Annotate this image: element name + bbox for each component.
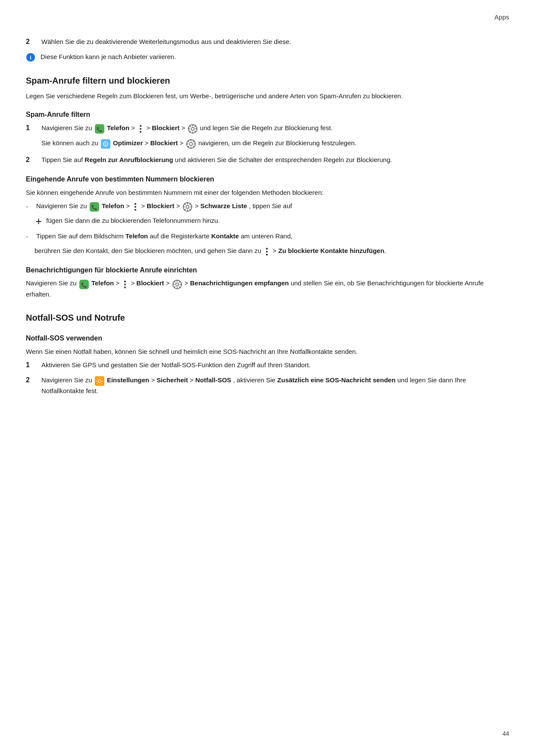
step1-arrow1: > (131, 124, 137, 131)
step-number-2-filter: 2 (26, 155, 39, 166)
svg-point-30 (140, 131, 141, 133)
step1-arrow2: > (146, 124, 152, 131)
info-note-text: Diese Funktion kann je nach Anbieter var… (41, 52, 176, 62)
svg-point-58 (135, 209, 136, 211)
svg-line-65 (184, 203, 185, 205)
gear-settings-icon-2 (186, 138, 196, 149)
step1-alt-part1: Sie können auch zu (41, 139, 100, 147)
svg-point-76 (124, 286, 126, 288)
page-number: 44 (502, 729, 509, 739)
svg-line-39 (194, 125, 196, 127)
svg-line-38 (194, 131, 196, 132)
notfall-step2-line: 2 Navigieren Sie zu Einstellungen (26, 375, 509, 396)
svg-line-67 (189, 203, 191, 205)
step2-filter-body: Tippen Sie auf Regeln zur Anrufblockieru… (41, 155, 509, 165)
svg-line-37 (189, 125, 191, 127)
bullet-body-2: Tippen Sie auf dem Bildschirm Telefon au… (36, 231, 509, 241)
svg-point-75 (124, 283, 126, 285)
notfall-step-num-2: 2 (26, 375, 39, 386)
svg-text:i: i (30, 54, 31, 60)
step2-filter-line: 2 Tippen Sie auf Regeln zur Anrufblockie… (26, 155, 509, 166)
step2-top-line: 2 Wählen Sie die zu deaktivierende Weite… (26, 37, 509, 47)
header-apps-label: Apps (494, 12, 509, 22)
section1-intro: Legen Sie verschiedene Regeln zum Blocki… (26, 91, 509, 101)
step-number-2-top: 2 (26, 37, 39, 47)
svg-line-53 (188, 146, 189, 147)
svg-text:📞: 📞 (81, 281, 87, 287)
svg-line-85 (179, 281, 180, 282)
step2-top-text: Wählen Sie die zu deaktivierende Weiterl… (41, 37, 509, 47)
svg-point-32 (191, 127, 194, 130)
svg-point-57 (135, 206, 136, 208)
subsection1-heading: Spam-Anrufe filtern (26, 109, 509, 120)
svg-text:📞: 📞 (97, 126, 103, 132)
svg-line-84 (179, 286, 180, 287)
section1-heading: Spam-Anrufe filtern und blockieren (26, 74, 509, 87)
three-dots-icon (138, 123, 144, 134)
svg-line-68 (184, 209, 185, 210)
three-dots-icon-b2 (264, 246, 270, 256)
svg-point-45 (189, 142, 192, 145)
step1-optimizer-label: Optimizer (113, 139, 143, 147)
phone-app-icon-b1: 📞 (90, 201, 99, 212)
phone-app-icon: 📞 (95, 123, 104, 134)
notfall-step2-body: Navigieren Sie zu Einstellungen > Sic (41, 375, 509, 396)
svg-line-40 (189, 131, 191, 132)
svg-line-51 (193, 146, 194, 147)
info-icon: i (26, 52, 38, 62)
bullet-item-1: · Navigieren Sie zu 📞 Telefon > > Blocki… (26, 201, 509, 213)
notfall-step1-body: Aktivieren Sie GPS und gestatten Sie der… (41, 360, 509, 370)
svg-line-66 (189, 209, 191, 210)
svg-point-78 (175, 283, 178, 286)
bullet-item-2: · Tippen Sie auf dem Bildschirm Telefon … (26, 231, 509, 243)
settings-app-icon (95, 375, 104, 386)
phone-app-icon-s3: 📞 (79, 278, 89, 289)
step1-filter-body: Navigieren Sie zu 📞 Telefon > > Blocki (41, 123, 509, 134)
section2-heading: Notfall-SOS und Notrufe (26, 311, 509, 325)
step1-part1: Navigieren Sie zu (41, 124, 94, 131)
svg-line-86 (174, 286, 175, 287)
gear-settings-icon-1 (188, 123, 197, 134)
notfall-intro: Wenn Sie einen Notfall haben, können Sie… (26, 347, 509, 356)
svg-line-83 (174, 281, 175, 282)
sub-bullet-2: berühren Sie den Kontakt, den Sie blocki… (34, 246, 509, 256)
svg-point-60 (186, 205, 189, 208)
plus-icon: + (35, 216, 42, 227)
info-note-line: i Diese Funktion kann je nach Anbieter v… (26, 52, 509, 62)
step1-blockiert-label: Blockiert (152, 124, 179, 131)
svg-point-74 (124, 281, 126, 282)
svg-point-71 (266, 253, 268, 255)
svg-text:📞: 📞 (91, 204, 97, 210)
three-dots-icon-s3 (122, 278, 128, 289)
svg-point-29 (140, 128, 141, 130)
svg-point-69 (266, 248, 268, 250)
svg-point-43 (105, 143, 106, 144)
notfall-step1-line: 1 Aktivieren Sie GPS und gestatten Sie d… (26, 360, 509, 371)
step1-arrow3: > (181, 124, 187, 131)
svg-line-50 (188, 141, 189, 142)
sub-bullet-1: + fügen Sie dann die zu blockierenden Te… (34, 216, 509, 227)
step-number-1: 1 (26, 123, 39, 134)
subsection3-text: Navigieren Sie zu 📞 Telefon > > Blockier… (26, 278, 509, 299)
gear-settings-icon-s3 (172, 278, 182, 289)
bullet-dot-1: · (26, 201, 34, 213)
subsection2-heading: Eingehende Anrufe von bestimmten Nummern… (26, 174, 509, 185)
step1-rest: und legen Sie die Regeln zur Blockierung… (200, 124, 333, 131)
sub-bullet-1-text: fügen Sie dann die zu blockierenden Tele… (46, 217, 220, 224)
step1-alt-block: Sie können auch zu Optimizer > Blockiert… (41, 138, 509, 149)
three-dots-icon-b1 (132, 201, 138, 212)
subsection-notfall-heading: Notfall-SOS verwenden (26, 333, 509, 344)
step1-telefon-label: Telefon (107, 124, 129, 131)
sub-bullet-2-text-1: berühren Sie den Kontakt, den Sie blocki… (34, 247, 263, 254)
bullet-body-1: Navigieren Sie zu 📞 Telefon > > Blockier… (36, 201, 509, 212)
notfall-step-num-1: 1 (26, 360, 39, 371)
svg-point-28 (140, 125, 141, 127)
subsection3-heading: Benachrichtigungen für blockierte Anrufe… (26, 265, 509, 276)
svg-point-56 (135, 203, 136, 205)
optimizer-app-icon (101, 138, 110, 149)
main-content: 2 Wählen Sie die zu deaktivierende Weite… (26, 37, 509, 396)
step1-filter-line: 1 Navigieren Sie zu 📞 Telefon > > (26, 123, 509, 134)
bullet-dot-2: · (26, 231, 34, 243)
gear-settings-icon-b1 (183, 201, 192, 212)
step1-alt-blockiert-label: Blockiert (150, 139, 178, 147)
